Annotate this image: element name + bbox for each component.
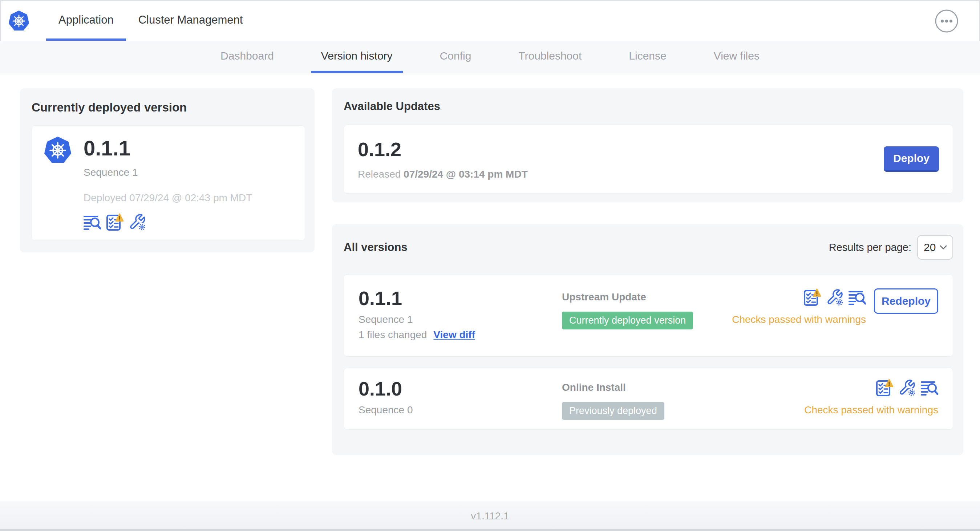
version-row: 0.1.1 Sequence 1 1 files changed View di… [344,274,953,357]
bottom-edge-strip [0,529,980,531]
subnav: Dashboard Version history Config Trouble… [0,41,980,73]
tab-config[interactable]: Config [430,41,482,73]
version-row: 0.1.0 Sequence 0 Online Install Previous… [344,367,953,430]
row-version-number: 0.1.0 [358,379,562,398]
available-update-row: 0.1.2 Released 07/29/24 @ 03:14 pm MDT D… [344,125,953,194]
config-icon[interactable] [826,288,843,306]
tab-view-files[interactable]: View files [703,41,770,73]
current-version-number: 0.1.1 [84,137,252,159]
footer: v1.112.1 [0,501,980,531]
current-deployed-timestamp: Deployed 07/29/24 @ 02:43 pm MDT [84,192,252,204]
row-version-number: 0.1.1 [358,288,562,308]
tab-troubleshoot[interactable]: Troubleshoot [508,41,592,73]
files-changed-label: 1 files changed [358,329,427,341]
tab-license[interactable]: License [619,41,676,73]
available-updates-card: Available Updates 0.1.2 Released 07/29/2… [332,88,963,202]
checks-status-text: Checks passed with warnings [804,404,938,416]
row-source-label: Upstream Update [562,291,732,303]
current-sequence: Sequence 1 [84,167,252,178]
view-diff-link[interactable]: View diff [433,329,475,341]
results-per-page-select[interactable]: 20 [917,235,953,260]
console-version-text: v1.112.1 [471,510,509,522]
row-sequence: Sequence 0 [358,404,562,416]
currently-deployed-card: Currently deployed version 0.1.1 Sequenc… [20,88,315,253]
kubernetes-app-icon [43,135,73,232]
tab-dashboard[interactable]: Dashboard [210,41,284,73]
row-source-label: Online Install [562,382,804,393]
status-badge: Currently deployed version [562,312,693,329]
all-versions-card: All versions Results per page: 20 0.1.1 … [332,224,963,455]
preflight-checks-warning-icon[interactable] [803,288,821,306]
redeploy-button[interactable]: Redeploy [874,288,938,314]
tab-application[interactable]: Application [46,1,126,41]
preflight-checks-warning-icon[interactable] [876,379,893,396]
ellipsis-icon[interactable] [934,9,959,33]
checks-status-text: Checks passed with warnings [732,314,866,326]
available-updates-title: Available Updates [344,100,953,113]
currently-deployed-inner: 0.1.1 Sequence 1 Deployed 07/29/24 @ 02:… [32,125,305,241]
tab-version-history[interactable]: Version history [311,41,403,73]
status-badge: Previously deployed [562,402,664,420]
currently-deployed-title: Currently deployed version [32,100,305,114]
config-icon[interactable] [898,379,916,396]
config-icon[interactable] [129,213,146,231]
results-per-page-value: 20 [924,241,936,253]
logs-icon[interactable] [848,288,866,306]
results-per-page-label: Results per page: [829,242,912,253]
logs-icon[interactable] [921,379,938,396]
kubernetes-logo [8,1,30,41]
update-released-timestamp: Released 07/29/24 @ 03:14 pm MDT [358,169,528,180]
tab-cluster-management[interactable]: Cluster Management [126,1,255,41]
logs-icon[interactable] [84,213,101,231]
chevron-down-icon [939,245,947,250]
update-version-number: 0.1.2 [358,138,528,161]
row-sequence: Sequence 1 [358,314,562,326]
all-versions-title: All versions [344,241,407,254]
deploy-button[interactable]: Deploy [884,146,939,172]
preflight-checks-warning-icon[interactable] [106,213,124,231]
app-header: Application Cluster Management [0,0,980,41]
app-tabs: Application Cluster Management [46,1,255,41]
